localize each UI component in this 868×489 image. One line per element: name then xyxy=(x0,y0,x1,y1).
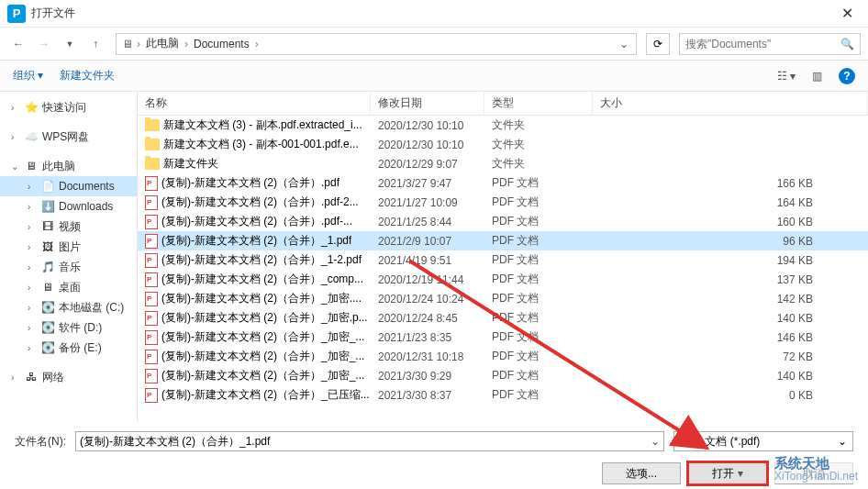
help-button[interactable]: ? xyxy=(839,68,855,84)
up-button[interactable]: ↑ xyxy=(84,33,106,55)
file-date: 2021/3/30 8:37 xyxy=(371,389,484,402)
file-size: 142 KB xyxy=(593,293,868,306)
search-icon[interactable]: 🔍 xyxy=(840,38,854,50)
organize-button[interactable]: 组织 ▾ xyxy=(13,68,43,83)
pdf-icon xyxy=(145,253,158,268)
breadcrumb-root[interactable]: 此电脑 xyxy=(142,36,183,51)
file-row[interactable]: 新建文件夹2020/12/29 9:07文件夹 xyxy=(138,154,868,173)
file-type: PDF 文档 xyxy=(484,368,593,383)
file-size: 96 KB xyxy=(593,235,868,248)
filename-input[interactable]: ⌄ xyxy=(75,431,664,451)
file-row[interactable]: (复制)-新建文本文档 (2)（合并）_1-2.pdf2021/4/19 9:5… xyxy=(138,250,868,270)
file-date: 2020/12/19 11:44 xyxy=(371,273,484,286)
pc-icon: 🖥 xyxy=(120,37,135,51)
file-row[interactable]: (复制)-新建文本文档 (2)（合并）_加密....2020/12/24 10:… xyxy=(138,289,868,308)
back-button[interactable]: ← xyxy=(7,33,29,55)
file-size: 72 KB xyxy=(593,350,868,363)
filename-dropdown[interactable]: ⌄ xyxy=(651,435,660,448)
breadcrumb-folder[interactable]: Documents xyxy=(190,38,253,50)
open-button[interactable]: 打开▾ xyxy=(688,462,767,484)
refresh-button[interactable]: ⟳ xyxy=(646,33,670,55)
sidebar-diskc[interactable]: ›💽本地磁盘 (C:) xyxy=(0,297,137,317)
sidebar-desktop[interactable]: ›🖥桌面 xyxy=(0,277,137,297)
recent-dropdown[interactable]: ▼ xyxy=(59,33,81,55)
filename-row: 文件名(N): ⌄ PDF 文档 (*.pdf) ⌄ xyxy=(0,422,868,455)
sidebar-diske[interactable]: ›💽备份 (E:) xyxy=(0,338,137,358)
column-size[interactable]: 大小 xyxy=(593,92,868,115)
file-row[interactable]: (复制)-新建文本文档 (2)（合并）_加密_...2021/1/23 8:35… xyxy=(138,328,868,347)
file-name: (复制)-新建文本文档 (2)（合并）.pdf-2... xyxy=(161,194,359,210)
file-type: PDF 文档 xyxy=(484,233,593,249)
file-name: (复制)-新建文本文档 (2)（合并）_1.pdf xyxy=(161,233,351,249)
forward-button[interactable]: → xyxy=(33,33,55,55)
pdf-icon xyxy=(145,311,158,326)
sidebar-pictures[interactable]: ›🖼图片 xyxy=(0,237,137,257)
file-date: 2021/1/25 8:44 xyxy=(371,216,484,228)
file-row[interactable]: (复制)-新建文本文档 (2)（合并）.pdf-...2021/1/25 8:4… xyxy=(138,212,868,231)
filter-label: PDF 文档 (*.pdf) xyxy=(680,434,760,450)
view-list-button[interactable]: ☷ ▾ xyxy=(777,70,796,83)
file-type: PDF 文档 xyxy=(484,175,593,191)
disk-icon: 💽 xyxy=(40,320,55,335)
file-date: 2020/12/31 10:18 xyxy=(371,350,484,363)
sidebar-diskd[interactable]: ›💽软件 (D:) xyxy=(0,317,137,338)
chevron-right-icon: › xyxy=(137,38,140,50)
file-row[interactable]: (复制)-新建文本文档 (2)（合并）.pdf2021/3/27 9:47PDF… xyxy=(138,173,868,193)
download-icon: ⬇️ xyxy=(40,199,55,214)
sidebar-quick-access[interactable]: ›⭐快速访问 xyxy=(0,97,137,117)
file-row[interactable]: 新建文本文档 (3) - 副本.pdf.extracted_i...2020/1… xyxy=(138,116,868,135)
file-row[interactable]: (复制)-新建文本文档 (2)（合并）_加密_...2021/3/30 9:29… xyxy=(138,366,868,385)
file-date: 2020/12/24 8:45 xyxy=(371,312,484,325)
file-type: PDF 文档 xyxy=(484,349,593,364)
search-field[interactable] xyxy=(685,38,840,50)
breadcrumb[interactable]: 🖥 › 此电脑 › Documents › ⌄ xyxy=(116,33,637,55)
file-name: (复制)-新建文本文档 (2)（合并）_加密_... xyxy=(161,329,364,345)
pdf-icon xyxy=(145,292,158,306)
sidebar-downloads[interactable]: ›⬇️Downloads xyxy=(0,196,137,217)
chevron-down-icon: ▾ xyxy=(738,467,743,480)
sidebar-documents[interactable]: ›📄Documents xyxy=(0,176,137,196)
breadcrumb-dropdown[interactable]: ⌄ xyxy=(616,38,632,50)
window-title: 打开文件 xyxy=(31,6,833,21)
sidebar-network[interactable]: ›🖧网络 xyxy=(0,367,137,387)
title-bar: P 打开文件 ✕ xyxy=(0,0,868,28)
file-row[interactable]: (复制)-新建文本文档 (2)（合并）_1.pdf2021/2/9 10:07P… xyxy=(138,231,868,250)
sidebar-wps[interactable]: ›☁️WPS网盘 xyxy=(0,127,137,147)
file-row[interactable]: (复制)-新建文本文档 (2)（合并）.pdf-2...2021/1/27 10… xyxy=(138,193,868,212)
file-row[interactable]: (复制)-新建文本文档 (2)（合并）_加密_...2020/12/31 10:… xyxy=(138,347,868,366)
file-row[interactable]: (复制)-新建文本文档 (2)（合并）_comp...2020/12/19 11… xyxy=(138,270,868,289)
file-date: 2021/2/9 10:07 xyxy=(371,235,484,248)
view-details-button[interactable]: ▥ xyxy=(812,70,822,83)
new-folder-button[interactable]: 新建文件夹 xyxy=(60,68,115,83)
column-name[interactable]: 名称 xyxy=(138,92,371,115)
file-row[interactable]: (复制)-新建文本文档 (2)（合并）_已压缩...2021/3/30 8:37… xyxy=(138,385,868,405)
pdf-icon xyxy=(145,195,158,210)
filename-field[interactable] xyxy=(80,435,651,448)
star-icon: ⭐ xyxy=(24,100,39,115)
pdf-icon xyxy=(145,350,158,364)
file-type: PDF 文档 xyxy=(484,291,593,306)
file-date: 2020/12/24 10:24 xyxy=(371,293,484,306)
file-type: 文件夹 xyxy=(484,117,593,133)
sidebar-thispc[interactable]: ⌄🖥此电脑 xyxy=(0,156,137,176)
file-size: 0 KB xyxy=(593,389,868,402)
close-button[interactable]: ✕ xyxy=(833,5,861,22)
file-name: (复制)-新建文本文档 (2)（合并）_加密.... xyxy=(161,291,362,306)
file-row[interactable]: (复制)-新建文本文档 (2)（合并）_加密.p...2020/12/24 8:… xyxy=(138,308,868,328)
sidebar-music[interactable]: ›🎵音乐 xyxy=(0,257,137,277)
file-list[interactable]: 新建文本文档 (3) - 副本.pdf.extracted_i...2020/1… xyxy=(138,116,868,422)
column-type[interactable]: 类型 xyxy=(484,92,593,115)
file-name: (复制)-新建文本文档 (2)（合并）_1-2.pdf xyxy=(161,252,362,268)
filter-dropdown[interactable]: PDF 文档 (*.pdf) ⌄ xyxy=(673,431,853,451)
file-size: 160 KB xyxy=(593,216,868,228)
search-input[interactable]: 🔍 xyxy=(679,33,861,55)
options-button[interactable]: 选项... xyxy=(602,462,681,484)
pdf-icon xyxy=(145,234,158,249)
file-date: 2021/3/27 9:47 xyxy=(371,177,484,190)
file-name: (复制)-新建文本文档 (2)（合并）.pdf xyxy=(161,175,339,191)
sidebar: ›⭐快速访问 ›☁️WPS网盘 ⌄🖥此电脑 ›📄Documents ›⬇️Dow… xyxy=(0,92,138,422)
file-size: 140 KB xyxy=(593,312,868,325)
sidebar-videos[interactable]: ›🎞视频 xyxy=(0,217,137,237)
column-date[interactable]: 修改日期 xyxy=(371,92,484,115)
file-row[interactable]: 新建文本文档 (3) - 副本-001-001.pdf.e...2020/12/… xyxy=(138,135,868,154)
